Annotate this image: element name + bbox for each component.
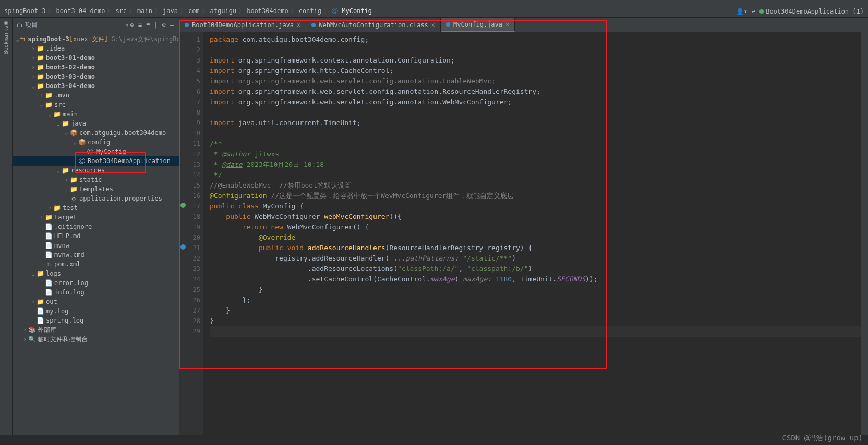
file-type-icon bbox=[446, 22, 450, 27]
file-type-icon bbox=[185, 23, 189, 27]
tree-item[interactable]: ⌄📁java bbox=[13, 119, 179, 128]
tree-item[interactable]: ›📁test bbox=[13, 203, 179, 213]
title-bar bbox=[0, 0, 868, 5]
code-line[interactable] bbox=[210, 45, 861, 55]
breadcrumb-item[interactable]: spingBoot-3 bbox=[4, 7, 45, 15]
user-icon[interactable]: 👤▾ bbox=[736, 8, 748, 15]
tree-item[interactable]: ›📚外部库 bbox=[13, 325, 179, 335]
tree-item[interactable]: ›📁boot3-01-demo bbox=[13, 53, 179, 63]
settings-icon[interactable]: ⚙ bbox=[161, 21, 167, 29]
code-line[interactable] bbox=[210, 326, 861, 337]
bookmarks-tab[interactable]: Bookmarks bbox=[3, 26, 9, 54]
code-line[interactable]: package com.atguigu.boot304demo.config; bbox=[210, 34, 861, 45]
code-line[interactable]: import org.springframework.web.servlet.c… bbox=[210, 76, 861, 86]
tree-item[interactable]: mpom.xml bbox=[13, 259, 179, 269]
code-line[interactable]: return new WebMvcConfigurer() { bbox=[210, 222, 861, 232]
code-line[interactable]: import org.springframework.context.annot… bbox=[210, 55, 861, 66]
code-line[interactable]: /** bbox=[210, 139, 861, 149]
code-line[interactable]: public class MyConfig { bbox=[210, 201, 861, 212]
breadcrumb-item[interactable]: boot304demo bbox=[247, 7, 288, 15]
tree-item[interactable]: ⚙application.properties bbox=[13, 194, 179, 203]
breadcrumb-item[interactable]: com bbox=[188, 7, 200, 15]
breadcrumb-item[interactable]: Ⓒ MyConfig bbox=[332, 7, 372, 15]
code-line[interactable]: public void addResourceHandlers(Resource… bbox=[210, 243, 861, 253]
code-line[interactable] bbox=[210, 107, 861, 118]
tree-item[interactable]: 📄info.log bbox=[13, 288, 179, 297]
tree-item[interactable]: ›📁target bbox=[13, 213, 179, 222]
code-line[interactable]: }; bbox=[210, 295, 861, 305]
code-line[interactable]: import org.springframework.http.CacheCon… bbox=[210, 66, 861, 76]
tree-item[interactable]: 📄HELP.md bbox=[13, 231, 179, 241]
run-config-dropdown[interactable]: Boot304DemoApplication (1) bbox=[760, 8, 864, 15]
tree-item[interactable]: ›📁boot3-03-demo bbox=[13, 72, 179, 81]
code-line[interactable]: registry.addResourceHandler( ...pathPatt… bbox=[210, 253, 861, 264]
code-line[interactable]: import org.springframework.web.servlet.c… bbox=[210, 97, 861, 107]
code-line[interactable]: public WebMvcConfigurer webMvcConfigurer… bbox=[210, 212, 861, 222]
code-editor[interactable]: package com.atguigu.boot304demo.config; … bbox=[203, 32, 861, 435]
close-icon[interactable]: × bbox=[505, 21, 509, 28]
expand-all-icon[interactable]: ≡ bbox=[137, 21, 143, 29]
tree-item[interactable]: ⒸMyConfig bbox=[13, 147, 179, 156]
project-tree[interactable]: ⌄🗀spingBoot-3 [xuexi文件]G:\java文件\spingBo… bbox=[13, 32, 179, 435]
tree-item[interactable]: ⌄📦com.atguigu.boot304demo bbox=[13, 128, 179, 138]
tree-item[interactable]: 📄my.log bbox=[13, 306, 179, 316]
hide-icon[interactable]: — bbox=[169, 21, 175, 29]
code-line[interactable] bbox=[210, 128, 861, 139]
collapse-all-icon[interactable]: ≣ bbox=[145, 21, 151, 29]
select-opened-icon[interactable]: ⊕ bbox=[129, 21, 135, 29]
run-config-label: Boot304DemoApplication (1) bbox=[766, 8, 864, 15]
tree-item[interactable]: 📁templates bbox=[13, 184, 179, 194]
close-icon[interactable]: × bbox=[297, 21, 300, 29]
tree-item[interactable]: 📄error.log bbox=[13, 278, 179, 288]
code-line[interactable]: @Configuration //这是一个配置类，给容器中放一个WevMvcCo… bbox=[210, 191, 861, 201]
tree-item[interactable]: ›🔍临时文件和控制台 bbox=[13, 335, 179, 344]
tree-item[interactable]: ⌄📁main bbox=[13, 109, 179, 119]
breadcrumb-item[interactable]: main bbox=[137, 7, 152, 15]
code-line[interactable]: .addResourceLocations("classPath:/a/", "… bbox=[210, 264, 861, 274]
code-line[interactable]: import org.springframework.web.servlet.c… bbox=[210, 86, 861, 97]
watermark: CSDN @冯浩(grow up) bbox=[782, 434, 863, 443]
code-line[interactable]: @Override bbox=[210, 232, 861, 243]
tree-item[interactable]: 📄spring.log bbox=[13, 316, 179, 325]
tree-item[interactable]: ⌄📁boot3-04-demo bbox=[13, 81, 179, 91]
editor-tab[interactable]: WebMvcAutoConfiguration.class× bbox=[306, 18, 441, 32]
code-line[interactable]: .setCacheControl(CacheControl.maxAge( ma… bbox=[210, 274, 861, 285]
code-line[interactable]: * @author jitwxs bbox=[210, 149, 861, 159]
project-tool-icon[interactable]: ▣ bbox=[4, 20, 7, 26]
tree-item[interactable]: ⒸBoot304DemoApplication bbox=[13, 156, 179, 166]
tree-root[interactable]: ⌄🗀spingBoot-3 [xuexi文件]G:\java文件\spingBo… bbox=[13, 34, 179, 44]
tree-item[interactable]: ›📁.idea bbox=[13, 44, 179, 53]
tree-item[interactable]: ⌄📁resources bbox=[13, 166, 179, 175]
tree-item[interactable]: ›📁static bbox=[13, 175, 179, 184]
close-icon[interactable]: × bbox=[431, 21, 435, 29]
tree-item[interactable]: 📄mvnw.cmd bbox=[13, 250, 179, 259]
breadcrumb-item[interactable]: config bbox=[299, 7, 321, 15]
code-line[interactable]: */ bbox=[210, 170, 861, 180]
tab-label: WebMvcAutoConfiguration.class bbox=[319, 21, 428, 29]
sidebar-title: 项目 bbox=[25, 20, 125, 29]
code-line[interactable]: //@EnableWebMvc //禁用boot的默认设置 bbox=[210, 180, 861, 191]
breadcrumb-item[interactable]: boot3-04-demo bbox=[56, 7, 105, 15]
tree-item[interactable]: ⌄📁logs bbox=[13, 269, 179, 278]
tree-item[interactable]: ›📁boot3-02-demo bbox=[13, 63, 179, 72]
tree-item[interactable]: ›📁out bbox=[13, 297, 179, 306]
tree-item[interactable]: 📄.gitignore bbox=[13, 222, 179, 231]
editor-tab[interactable]: MyConfig.java× bbox=[441, 18, 515, 32]
sidebar-dropdown-icon[interactable]: ▾ bbox=[125, 21, 129, 29]
breadcrumb-item[interactable]: src bbox=[115, 7, 127, 15]
code-line[interactable]: * @date 2023年10月20日 10:18 bbox=[210, 159, 861, 170]
code-line[interactable]: } bbox=[210, 285, 861, 295]
tree-item[interactable]: 📄mvnw bbox=[13, 241, 179, 250]
tree-item[interactable]: ›📁.mvn bbox=[13, 91, 179, 100]
breadcrumb-sep: 〉 bbox=[180, 7, 186, 15]
back-arrow-icon[interactable]: ↩ bbox=[752, 8, 755, 15]
tree-item[interactable]: ⌄📦config bbox=[13, 138, 179, 147]
breadcrumb-item[interactable]: java bbox=[163, 7, 178, 15]
tree-item[interactable]: ⌄📁src bbox=[13, 100, 179, 109]
code-line[interactable]: import java.util.concurrent.TimeUnit; bbox=[210, 118, 861, 128]
code-line[interactable]: } bbox=[210, 316, 861, 326]
editor-tab[interactable]: Boot304DemoApplication.java× bbox=[179, 18, 306, 32]
editor-area: Boot304DemoApplication.java×WebMvcAutoCo… bbox=[179, 18, 861, 435]
breadcrumb-item[interactable]: atguigu bbox=[210, 7, 237, 15]
code-line[interactable]: } bbox=[210, 305, 861, 316]
